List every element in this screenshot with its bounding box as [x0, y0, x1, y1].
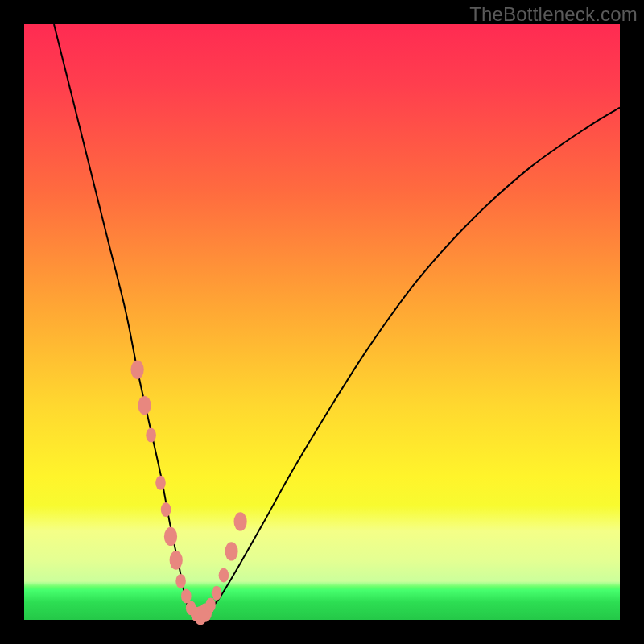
- bead: [219, 568, 229, 583]
- bead: [175, 574, 186, 588]
- bead: [146, 428, 156, 443]
- bead: [225, 542, 237, 560]
- bead: [205, 598, 216, 613]
- bead: [155, 476, 166, 490]
- bottleneck-curve: [54, 24, 620, 617]
- bead: [138, 396, 151, 415]
- bead: [234, 512, 247, 530]
- bead: [212, 586, 222, 601]
- bead: [161, 502, 171, 517]
- bead: [170, 551, 183, 569]
- watermark-text: TheBottleneck.com: [469, 3, 638, 26]
- chart-frame: TheBottleneck.com: [0, 0, 644, 644]
- bead-group: [131, 361, 247, 625]
- bead: [131, 361, 144, 379]
- bead: [164, 527, 177, 546]
- chart-svg: [24, 24, 620, 620]
